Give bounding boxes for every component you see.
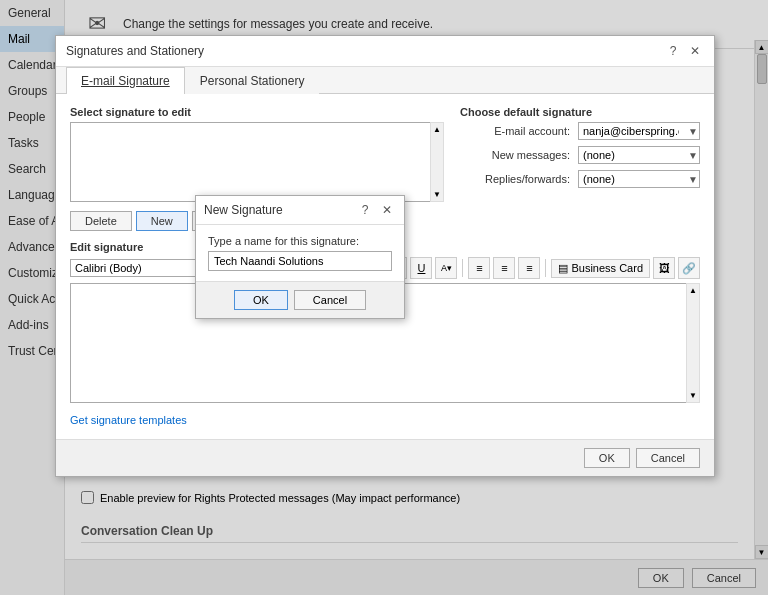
toolbar-separator-1 xyxy=(462,259,463,277)
replies-row: Replies/forwards: (none) ▼ xyxy=(460,170,700,188)
font-family-wrapper: Calibri (Body) ▼ xyxy=(70,259,212,277)
new-messages-select-wrapper: (none) ▼ xyxy=(578,146,700,164)
sig-editor-scroll-up[interactable]: ▲ xyxy=(689,284,697,295)
new-sig-ok-button[interactable]: OK xyxy=(234,290,288,310)
new-sig-titlebar-actions: ? ✕ xyxy=(356,201,396,219)
new-sig-name-input[interactable] xyxy=(208,251,392,271)
sig-ok-button[interactable]: OK xyxy=(584,448,630,468)
email-account-row: E-mail account: nanja@ciberspring.com ▼ xyxy=(460,122,700,140)
get-templates-link[interactable]: Get signature templates xyxy=(70,414,187,426)
link-button[interactable]: 🔗 xyxy=(678,257,700,279)
insert-image-button[interactable]: 🖼 xyxy=(653,257,675,279)
new-button[interactable]: New xyxy=(136,211,188,231)
align-left-button[interactable]: ≡ xyxy=(468,257,490,279)
sig-dialog-title: Signatures and Stationery xyxy=(66,44,204,58)
sig-close-button[interactable]: ✕ xyxy=(686,42,704,60)
select-sig-label: Select signature to edit xyxy=(70,106,444,118)
font-family-select[interactable]: Calibri (Body) xyxy=(70,259,212,277)
new-sig-buttons: OK Cancel xyxy=(196,281,404,318)
replies-select[interactable]: (none) xyxy=(578,170,700,188)
default-sig: E-mail account: nanja@ciberspring.com ▼ … xyxy=(460,122,700,188)
sig-tabs: E-mail Signature Personal Stationery xyxy=(56,67,714,94)
sig-list-scroll-down[interactable]: ▼ xyxy=(433,190,441,201)
new-sig-dialog: New Signature ? ✕ Type a name for this s… xyxy=(195,195,405,319)
sig-editor-scrollbar: ▲ ▼ xyxy=(686,283,700,403)
font-color-button[interactable]: A▾ xyxy=(435,257,457,279)
new-sig-titlebar: New Signature ? ✕ xyxy=(196,196,404,225)
business-card-button[interactable]: ▤ Business Card xyxy=(551,259,650,278)
delete-button[interactable]: Delete xyxy=(70,211,132,231)
new-sig-input-label: Type a name for this signature: xyxy=(208,235,392,247)
new-sig-help-button[interactable]: ? xyxy=(356,201,374,219)
tab-personal-stationery[interactable]: Personal Stationery xyxy=(185,67,320,94)
titlebar-actions: ? ✕ xyxy=(664,42,704,60)
replies-label: Replies/forwards: xyxy=(460,173,570,185)
new-sig-cancel-button[interactable]: Cancel xyxy=(294,290,366,310)
replies-select-wrapper: (none) ▼ xyxy=(578,170,700,188)
sig-cancel-button[interactable]: Cancel xyxy=(636,448,700,468)
sig-help-button[interactable]: ? xyxy=(664,42,682,60)
business-card-icon: ▤ xyxy=(558,262,568,275)
sig-list-scrollbar: ▲ ▼ xyxy=(430,122,444,202)
new-sig-content: Type a name for this signature: xyxy=(196,225,404,281)
email-account-select-wrapper: nanja@ciberspring.com ▼ xyxy=(578,122,700,140)
email-account-select[interactable]: nanja@ciberspring.com xyxy=(578,122,700,140)
new-messages-select[interactable]: (none) xyxy=(578,146,700,164)
sig-right: Choose default signature E-mail account:… xyxy=(460,106,700,231)
sig-list-scroll-up[interactable]: ▲ xyxy=(433,123,441,134)
new-messages-row: New messages: (none) ▼ xyxy=(460,146,700,164)
email-account-label: E-mail account: xyxy=(460,125,570,137)
align-right-button[interactable]: ≡ xyxy=(518,257,540,279)
new-sig-close-button[interactable]: ✕ xyxy=(378,201,396,219)
align-center-button[interactable]: ≡ xyxy=(493,257,515,279)
sig-list[interactable] xyxy=(70,122,444,202)
new-sig-title: New Signature xyxy=(204,203,283,217)
choose-default-label: Choose default signature xyxy=(460,106,700,118)
sig-editor-scroll-down[interactable]: ▼ xyxy=(689,391,697,402)
sig-dialog-titlebar: Signatures and Stationery ? ✕ xyxy=(56,36,714,67)
sig-bottom-bar: OK Cancel xyxy=(56,439,714,476)
underline-button[interactable]: U xyxy=(410,257,432,279)
sig-list-container: ▲ ▼ xyxy=(70,122,444,205)
business-card-label: Business Card xyxy=(571,262,643,274)
toolbar-separator-2 xyxy=(545,259,546,277)
tab-email-signature[interactable]: E-mail Signature xyxy=(66,67,185,94)
new-messages-label: New messages: xyxy=(460,149,570,161)
